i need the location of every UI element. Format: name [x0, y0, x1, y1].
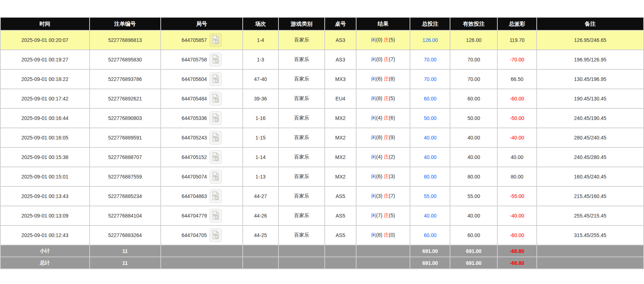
cell-payout: -55.00 [498, 187, 536, 206]
video-replay-button[interactable] [209, 228, 222, 242]
cell-game-type: 百家乐 [279, 206, 325, 225]
video-replay-button[interactable] [209, 150, 222, 164]
result-banker-label: 庄 [384, 115, 389, 121]
cell-result: 闲(6) 庄(3) [356, 167, 410, 186]
result-banker-label: 庄 [384, 95, 389, 101]
summary-valid-bet: 691.00 [450, 245, 497, 257]
cell-payout: -60.00 [498, 226, 536, 245]
cell-round-number: 644705484 [161, 89, 242, 108]
table-row[interactable]: 2025-09-01 00:15:01522776887559644705074… [1, 167, 643, 186]
cell-table-number: AS3 [325, 50, 355, 69]
cell-game-type: 百家乐 [279, 70, 325, 89]
cell-payout: -50.00 [498, 109, 536, 128]
result-banker-label: 庄 [384, 193, 389, 199]
round-cell: 644705243 [163, 131, 241, 145]
video-replay-button[interactable] [209, 72, 222, 86]
cell-table-number: MX2 [325, 109, 355, 128]
table-row[interactable]: 2025-09-01 00:18:22522776893786644705604… [1, 70, 643, 89]
cell-valid-bet: 60.00 [450, 89, 497, 108]
cell-bet-number: 522776887559 [90, 167, 160, 186]
summary-count: 11 [90, 257, 160, 268]
cell-round-number: 644704863 [161, 187, 242, 206]
cell-payout: -60.00 [498, 89, 536, 108]
video-replay-button[interactable] [209, 189, 222, 203]
cell-valid-bet: 40.00 [450, 206, 497, 225]
video-replay-button[interactable] [209, 170, 222, 184]
video-file-icon [212, 35, 220, 46]
table-row[interactable]: 2025-09-01 00:19:27522776895830644705758… [1, 50, 643, 69]
cell-valid-bet: 70.00 [450, 70, 497, 89]
table-row[interactable]: 2025-09-01 00:16:05522776889591644705243… [1, 128, 643, 147]
cell-time: 2025-09-01 00:17:42 [1, 89, 89, 108]
table-row[interactable]: 2025-09-01 00:16:44522776890803644705336… [1, 109, 643, 128]
cell-game-type: 百家乐 [279, 187, 325, 206]
result-banker-score: (9) [389, 134, 395, 140]
result-banker-label: 庄 [384, 76, 389, 82]
summary-payout: -68.80 [498, 245, 536, 257]
round-cell: 644705604 [163, 72, 241, 86]
summary-empty-cell [537, 245, 643, 257]
video-replay-button[interactable] [209, 209, 222, 223]
summary-empty-cell [279, 245, 325, 257]
cell-session: 1-4 [243, 31, 278, 50]
cell-table-number: AS3 [325, 31, 355, 50]
cell-game-type: 百家乐 [279, 89, 325, 108]
cell-result: 闲(4) 庄(2) [356, 148, 410, 167]
video-replay-button[interactable] [209, 131, 222, 145]
result-banker-score: (6) [389, 115, 395, 121]
cell-game-type: 百家乐 [279, 31, 325, 50]
video-file-icon [212, 55, 220, 65]
round-number-text: 644704779 [182, 213, 207, 219]
summary-empty-cell [161, 245, 242, 257]
cell-session: 47-40 [243, 70, 278, 89]
table-row[interactable]: 2025-09-01 00:17:42522776892621644705484… [1, 89, 643, 108]
cell-remark: 215.45/160.45 [537, 187, 643, 206]
result-banker-score: (8) [389, 76, 395, 82]
video-file-icon [212, 133, 220, 143]
result-player-score: (7) [376, 212, 382, 218]
cell-round-number: 644704705 [161, 226, 242, 245]
video-replay-button[interactable] [209, 33, 222, 47]
summary-valid-bet: 691.00 [450, 257, 497, 268]
video-replay-button[interactable] [209, 111, 222, 125]
table-row[interactable]: 2025-09-01 00:13:09522776884104644704779… [1, 206, 643, 225]
cell-payout: 80.00 [498, 167, 536, 186]
table-header-row: 时间注单编号局号场次游戏类别桌号结果总投注有效投注总派彩备注 [1, 18, 643, 30]
result-player-label: 闲 [371, 115, 376, 121]
cell-remark: 130.45/196.95 [537, 70, 643, 89]
table-row[interactable]: 2025-09-01 00:15:38522776888707644705152… [1, 148, 643, 167]
cell-valid-bet: 70.00 [450, 50, 497, 69]
cell-total-bet: 126.00 [410, 31, 450, 50]
cell-payout: -40.00 [498, 128, 536, 147]
result-player-label: 闲 [371, 232, 376, 238]
cell-valid-bet: 50.00 [450, 109, 497, 128]
cell-time: 2025-09-01 00:16:05 [1, 128, 89, 147]
cell-payout: 66.50 [498, 70, 536, 89]
round-number-text: 644704705 [182, 232, 207, 238]
cell-time: 2025-09-01 00:15:38 [1, 148, 89, 167]
cell-table-number: AS5 [325, 226, 355, 245]
result-player-label: 闲 [371, 173, 376, 179]
cell-result: 闲(8) 庄(9) [356, 128, 410, 147]
table-row[interactable]: 2025-09-01 00:13:43522776885234644704863… [1, 187, 643, 206]
cell-payout: -40.00 [498, 206, 536, 225]
column-header-total_bet: 总投注 [410, 18, 450, 30]
round-number-text: 644705484 [182, 96, 207, 102]
table-row[interactable]: 2025-09-01 00:20:07522776896813644705857… [1, 31, 643, 50]
cell-valid-bet: 40.00 [450, 128, 497, 147]
video-replay-button[interactable] [209, 92, 222, 106]
result-banker-label: 庄 [384, 173, 389, 179]
cell-total-bet: 60.00 [410, 226, 450, 245]
video-replay-button[interactable] [209, 53, 222, 66]
cell-result: 闲(7) 庄(5) [356, 206, 410, 225]
summary-label: 总计 [1, 257, 89, 268]
cell-session: 1-13 [243, 167, 278, 186]
result-banker-score: (5) [389, 212, 395, 218]
cell-result: 闲(4) 庄(6) [356, 109, 410, 128]
column-header-time: 时间 [1, 18, 89, 30]
cell-remark: 160.45/240.45 [537, 167, 643, 186]
round-number-text: 644705336 [182, 115, 207, 121]
table-row[interactable]: 2025-09-01 00:12:43522776883264644704705… [1, 226, 643, 245]
cell-payout: 119.70 [498, 31, 536, 50]
round-cell: 644705336 [163, 111, 241, 125]
